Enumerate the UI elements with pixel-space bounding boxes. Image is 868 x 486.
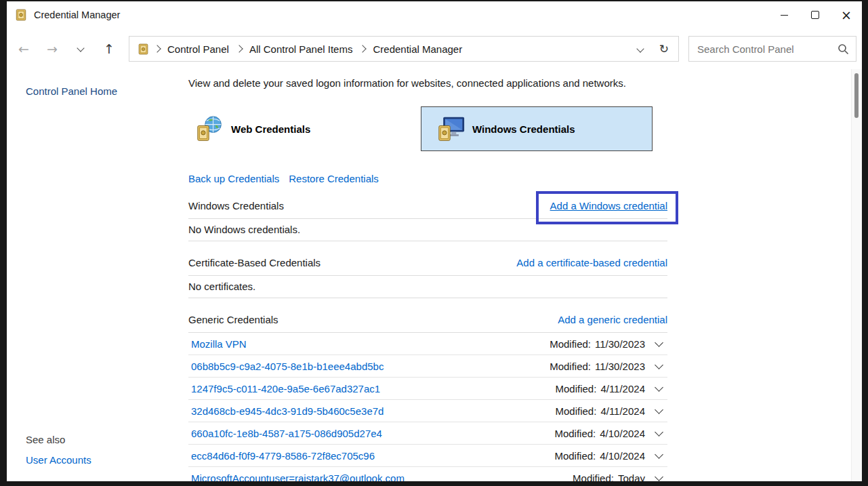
- see-also-heading: See also: [26, 434, 65, 445]
- back-button[interactable]: ←: [12, 37, 35, 60]
- section-header: Certificate-Based Credentials Add a cert…: [188, 257, 667, 276]
- tab-windows-credentials[interactable]: Windows Credentials: [421, 106, 653, 151]
- sidebar: Control Panel Home See also User Account…: [7, 69, 183, 481]
- window-title: Credential Manager: [34, 9, 120, 20]
- chevron-down-icon[interactable]: [655, 472, 663, 481]
- up-button[interactable]: ↑: [98, 37, 121, 60]
- section-title: Certificate-Based Credentials: [188, 257, 321, 268]
- modified-date: 4/11/2024: [600, 405, 645, 417]
- chevron-down-icon[interactable]: [655, 405, 663, 414]
- breadcrumb-all-control-panel-items[interactable]: All Control Panel Items: [249, 43, 353, 55]
- windows-credentials-section: Windows Credentials Add a Windows creden…: [188, 200, 667, 241]
- breadcrumb-control-panel[interactable]: Control Panel: [167, 43, 229, 55]
- add-generic-credential-link[interactable]: Add a generic credential: [558, 314, 667, 325]
- modified-label: Modified:: [556, 405, 597, 417]
- modified-label: Modified:: [554, 450, 596, 462]
- add-windows-credential-link[interactable]: Add a Windows credential: [550, 200, 667, 211]
- windows-credentials-icon: [438, 115, 465, 143]
- modified-label: Modified:: [573, 472, 614, 482]
- restore-credentials-link[interactable]: Restore Credentials: [289, 173, 379, 184]
- navigation-bar: ← → ↑ Control Panel All Control Panel It…: [7, 28, 862, 69]
- main-panel: View and delete your saved logon informa…: [188, 69, 667, 481]
- content-area: Control Panel Home See also User Account…: [7, 69, 862, 481]
- web-credentials-icon: [197, 115, 224, 143]
- control-panel-item-icon: [138, 43, 149, 55]
- credential-row[interactable]: MicrosoftAccountuser=raistark37@outlook.…: [188, 467, 667, 481]
- credential-name[interactable]: MicrosoftAccountuser=raistark37@outlook.…: [191, 472, 405, 482]
- forward-button[interactable]: →: [41, 37, 64, 60]
- minimize-icon: [781, 15, 788, 16]
- modified-date: 4/10/2024: [600, 428, 645, 439]
- tab-label: Web Credentials: [231, 123, 310, 135]
- credential-name[interactable]: 660a10fc-1e8b-4587-a175-086d905d27e4: [191, 428, 382, 439]
- credential-name[interactable]: 1247f9c5-c011-420e-9a5e-6e67ad327ac1: [191, 383, 380, 394]
- page-description: View and delete your saved logon informa…: [188, 69, 667, 89]
- credential-row[interactable]: Mozilla VPN Modified:11/30/2023: [188, 333, 667, 355]
- modified-label: Modified:: [550, 338, 591, 350]
- certificate-credentials-section: Certificate-Based Credentials Add a cert…: [188, 257, 667, 298]
- credential-manager-window: Credential Manager × ← → ↑: [7, 1, 862, 481]
- breadcrumb-credential-manager[interactable]: Credential Manager: [373, 43, 462, 55]
- search-input[interactable]: [696, 43, 833, 56]
- forward-icon: →: [47, 41, 58, 56]
- modified-label: Modified:: [550, 361, 591, 372]
- credential-actions: Back up Credentials Restore Credentials: [188, 173, 667, 184]
- credential-row[interactable]: 06b8b5c9-c9a2-4075-8e1b-b1eee4abd5bc Mod…: [188, 355, 667, 378]
- credential-name[interactable]: Mozilla VPN: [191, 338, 247, 350]
- credential-row[interactable]: ecc84d6d-f0f9-4779-8586-72f8ec705c96 Mod…: [188, 445, 667, 467]
- minimize-button[interactable]: [768, 1, 800, 28]
- tab-label: Windows Credentials: [472, 123, 575, 135]
- back-icon: ←: [18, 41, 29, 56]
- title-bar: Credential Manager ×: [7, 1, 862, 28]
- section-header: Windows Credentials Add a Windows creden…: [188, 200, 667, 219]
- modified-date: 4/11/2024: [600, 383, 645, 394]
- modified-label: Modified:: [556, 383, 597, 394]
- credential-row[interactable]: 32d468cb-e945-4dc3-91d9-5b460c5e3e7d Mod…: [188, 400, 667, 422]
- credential-manager-app-icon: [15, 9, 27, 21]
- backup-credentials-link[interactable]: Back up Credentials: [188, 173, 279, 184]
- search-icon[interactable]: [838, 43, 849, 55]
- tab-web-credentials[interactable]: Web Credentials: [188, 106, 421, 151]
- refresh-icon[interactable]: ↻: [659, 43, 669, 55]
- modified-date: Today: [618, 472, 645, 482]
- maximize-icon: [811, 11, 819, 19]
- credential-name[interactable]: 06b8b5c9-c9a2-4075-8e1b-b1eee4abd5bc: [191, 361, 384, 372]
- vertical-scrollbar[interactable]: [851, 69, 862, 481]
- chevron-down-icon[interactable]: [655, 361, 663, 369]
- chevron-down-icon[interactable]: [655, 383, 663, 392]
- window-controls: ×: [768, 1, 862, 28]
- credential-tabs: Web Credentials: [188, 106, 667, 151]
- chevron-down-icon[interactable]: [655, 338, 663, 347]
- address-dropdown-icon[interactable]: [636, 45, 644, 52]
- up-icon: ↑: [104, 41, 115, 56]
- add-certificate-credential-link[interactable]: Add a certificate-based credential: [516, 257, 667, 268]
- search-box: [688, 36, 856, 62]
- recent-pages-button[interactable]: [69, 37, 92, 60]
- breadcrumb-separator-icon: [235, 45, 243, 52]
- chevron-down-icon[interactable]: [655, 450, 663, 459]
- empty-message: No certificates.: [188, 276, 667, 298]
- sidebar-item-user-accounts[interactable]: User Accounts: [26, 454, 91, 466]
- modified-date: 11/30/2023: [595, 338, 645, 350]
- credential-name[interactable]: 32d468cb-e945-4dc3-91d9-5b460c5e3e7d: [191, 405, 384, 417]
- section-title: Windows Credentials: [188, 200, 284, 211]
- generic-credentials-section: Generic Credentials Add a generic creden…: [188, 314, 667, 481]
- section-header: Generic Credentials Add a generic creden…: [188, 314, 667, 333]
- credential-row[interactable]: 1247f9c5-c011-420e-9a5e-6e67ad327ac1 Mod…: [188, 378, 667, 400]
- close-icon: ×: [841, 9, 852, 22]
- sidebar-item-control-panel-home[interactable]: Control Panel Home: [26, 85, 117, 97]
- close-button[interactable]: ×: [831, 1, 862, 28]
- breadcrumb-separator-icon: [359, 45, 367, 52]
- breadcrumb[interactable]: Control Panel All Control Panel Items Cr…: [129, 36, 679, 62]
- chevron-down-icon[interactable]: [655, 428, 663, 437]
- scrollbar-thumb[interactable]: [854, 73, 859, 118]
- modified-date: 11/30/2023: [595, 361, 645, 372]
- credential-row[interactable]: 660a10fc-1e8b-4587-a175-086d905d27e4 Mod…: [188, 422, 667, 445]
- section-title: Generic Credentials: [188, 314, 278, 325]
- empty-message: No Windows credentials.: [188, 219, 667, 241]
- breadcrumb-separator-icon: [153, 45, 161, 52]
- maximize-button[interactable]: [800, 1, 831, 28]
- modified-label: Modified:: [554, 428, 596, 439]
- modified-date: 4/10/2024: [600, 450, 645, 462]
- credential-name[interactable]: ecc84d6d-f0f9-4779-8586-72f8ec705c96: [191, 450, 375, 462]
